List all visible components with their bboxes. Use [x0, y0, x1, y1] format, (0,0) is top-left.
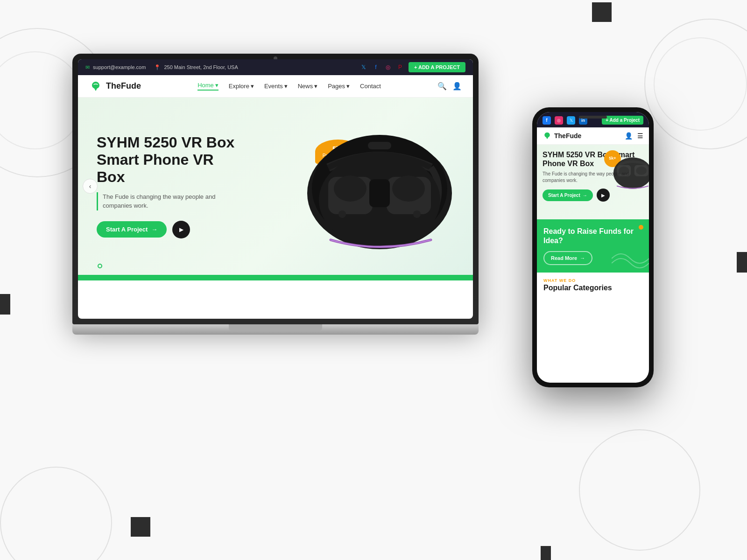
- hero-product-image: [300, 98, 459, 275]
- laptop-screen: ✉ support@example.com 📍 250 Main Street,…: [78, 59, 473, 319]
- play-button[interactable]: ▶: [172, 221, 190, 238]
- topbar-address: 📍 250 Main Street, 2nd Floor, USA: [154, 64, 238, 70]
- svg-point-5: [334, 175, 366, 202]
- hero-footer-bar: [78, 275, 473, 280]
- svg-point-15: [636, 167, 647, 175]
- nav-link-contact[interactable]: Contact: [360, 83, 381, 90]
- fund-wave-decoration: [612, 245, 649, 273]
- pinterest-icon[interactable]: P: [396, 63, 404, 71]
- phone-nav-icons: 👤 ☰: [625, 132, 643, 140]
- laptop-body: ✉ support@example.com 📍 250 Main Street,…: [72, 54, 479, 324]
- laptop-hero-section: ‹ SYHM 5250 VR Box Smart Phone VR Box Th…: [78, 98, 473, 275]
- svg-point-10: [413, 210, 421, 218]
- phone-screen: f ◎ 𝕏 in + Add a Project TheFude 👤 ☰: [537, 112, 649, 383]
- phone-speaker: [579, 116, 607, 119]
- svg-point-14: [619, 167, 629, 175]
- svg-point-9: [338, 210, 346, 218]
- phone-categories-section: WHAT WE DO Popular Categories: [537, 273, 649, 298]
- vr-headset-svg: [300, 107, 459, 266]
- phone-facebook-icon[interactable]: f: [543, 116, 551, 125]
- arrow-right-icon: →: [151, 226, 157, 233]
- add-project-button[interactable]: + ADD A PROJECT: [409, 62, 465, 72]
- fund-dot: [639, 225, 643, 230]
- phone-start-project-button[interactable]: Start A Project →: [543, 189, 593, 201]
- nav-link-pages[interactable]: Pages ▾: [328, 83, 350, 90]
- phone-nav: TheFude 👤 ☰: [537, 127, 649, 145]
- nav-actions: 🔍 👤: [437, 82, 462, 91]
- phone-topbar: f ◎ 𝕏 in + Add a Project: [537, 112, 649, 127]
- decor-circle-right-inner: [654, 37, 747, 131]
- nav-link-news[interactable]: News ▾: [298, 83, 318, 90]
- scene: ✉ support@example.com 📍 250 Main Street,…: [0, 0, 747, 560]
- phone-categories-title: Popular Categories: [543, 284, 642, 292]
- decor-circle-bottom-right: [579, 429, 700, 551]
- phone-instagram-icon[interactable]: ◎: [555, 116, 563, 125]
- hero-description: The Fude is changing the way people and …: [97, 192, 246, 210]
- facebook-icon[interactable]: f: [372, 63, 380, 71]
- topbar-right: 𝕏 f ◎ P + ADD A PROJECT: [360, 62, 465, 72]
- phone-arrow-icon: →: [583, 193, 587, 198]
- decor-square-2: [0, 294, 10, 315]
- phone-hero-section: SYHM 5250 VR Box Smart Phone VR Box The …: [537, 145, 649, 219]
- phone-categories-label: WHAT WE DO: [543, 278, 642, 283]
- topbar-left: ✉ support@example.com 📍 250 Main Street,…: [85, 64, 238, 70]
- hero-content: SYHM 5250 VR Box Smart Phone VR Box The …: [97, 134, 246, 238]
- phone-menu-icon[interactable]: ☰: [637, 132, 643, 140]
- laptop-site-nav: TheFude Home ▾ Explore ▾ Events ▾: [78, 75, 473, 98]
- nav-item-events[interactable]: Events ▾: [264, 83, 288, 90]
- hero-buttons: Start A Project → ▶: [97, 221, 246, 238]
- phone-read-more-arrow: →: [580, 255, 585, 261]
- instagram-icon[interactable]: ◎: [384, 63, 392, 71]
- decor-square-4: [131, 517, 150, 537]
- user-icon[interactable]: 👤: [452, 82, 462, 91]
- phone-vr-image: [612, 149, 649, 191]
- nav-links: Home ▾ Explore ▾ Events ▾ News ▾ Pages ▾: [197, 82, 381, 91]
- svg-rect-8: [368, 142, 391, 149]
- nav-link-explore[interactable]: Explore ▾: [229, 83, 254, 90]
- phone-logo-icon: [543, 131, 552, 140]
- topbar-email: ✉ support@example.com: [85, 64, 146, 70]
- hero-prev-button[interactable]: ‹: [83, 179, 98, 194]
- logo-icon: [89, 80, 102, 93]
- laptop-mockup: ✉ support@example.com 📍 250 Main Street,…: [72, 54, 479, 352]
- decor-square-3: [737, 252, 747, 273]
- nav-item-news[interactable]: News ▾: [298, 83, 318, 90]
- phone-read-more-button[interactable]: Read More →: [543, 251, 592, 265]
- phone-mockup: f ◎ 𝕏 in + Add a Project TheFude 👤 ☰: [532, 107, 654, 387]
- svg-rect-7: [369, 179, 390, 207]
- hero-title: SYHM 5250 VR Box Smart Phone VR Box: [97, 134, 246, 185]
- logo: TheFude: [89, 80, 141, 93]
- nav-item-contact[interactable]: Contact: [360, 83, 381, 90]
- nav-item-explore[interactable]: Explore ▾: [229, 83, 254, 90]
- laptop-base: [72, 324, 479, 335]
- slide-indicator: [98, 264, 102, 268]
- svg-point-6: [392, 175, 425, 202]
- laptop-notch: [229, 324, 322, 331]
- nav-link-events[interactable]: Events ▾: [264, 83, 288, 90]
- search-icon[interactable]: 🔍: [437, 82, 447, 91]
- nav-link-home[interactable]: Home ▾: [197, 82, 218, 91]
- phone-twitter-icon[interactable]: 𝕏: [567, 116, 575, 125]
- twitter-icon[interactable]: 𝕏: [360, 63, 367, 71]
- laptop-site-topbar: ✉ support@example.com 📍 250 Main Street,…: [78, 59, 473, 75]
- start-project-button[interactable]: Start A Project →: [97, 221, 167, 238]
- decor-square-1: [592, 2, 612, 22]
- phone-add-project-button[interactable]: + Add a Project: [602, 116, 643, 125]
- phone-user-icon[interactable]: 👤: [625, 132, 633, 140]
- phone-logo: TheFude: [543, 131, 581, 140]
- phone-fund-section: Ready to Raise Funds for Idea? Read More…: [537, 219, 649, 273]
- phone-play-button[interactable]: ▶: [597, 189, 610, 202]
- decor-circle-bottom-left: [0, 467, 112, 560]
- nav-item-home[interactable]: Home ▾: [197, 82, 218, 91]
- phone-fund-title: Ready to Raise Funds for Idea?: [543, 227, 642, 245]
- decor-square-5: [541, 546, 551, 560]
- nav-item-pages[interactable]: Pages ▾: [328, 83, 350, 90]
